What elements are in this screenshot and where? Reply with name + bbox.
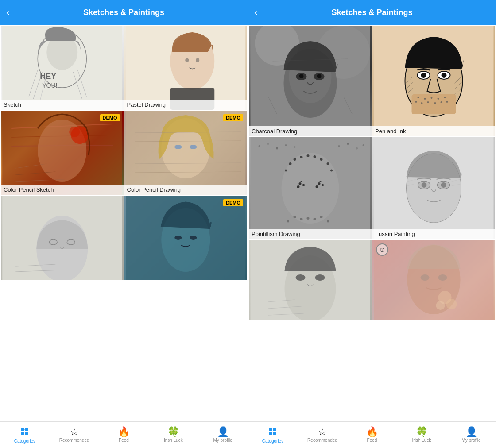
svg-point-14 — [196, 58, 199, 62]
right-header-title: Sketches & Paintings — [331, 8, 412, 17]
left-header: ‹ Sketches & Paintings — [0, 0, 248, 25]
star-icon: ☆ — [70, 427, 79, 437]
svg-point-65 — [427, 101, 429, 103]
nav-item-recommended-left[interactable]: ☆ Recommended — [50, 427, 99, 443]
person-icon-right: 👤 — [465, 427, 477, 437]
svg-point-106 — [285, 170, 287, 172]
nav-item-categories-left[interactable]: Categories — [0, 426, 50, 444]
svg-point-109 — [307, 217, 310, 220]
nav-label-feed-left: Feed — [119, 438, 129, 443]
nav-item-irish-luck-right[interactable]: 🍀 Irish Luck — [397, 427, 446, 443]
svg-point-93 — [301, 181, 302, 182]
double-exposure-icon: ⊙ — [376, 243, 388, 256]
nav-item-categories-right[interactable]: Categories — [248, 426, 298, 444]
filter-image-pen-ink — [372, 26, 495, 136]
svg-text:YOU!: YOU! — [42, 82, 57, 89]
filter-image-double-exposure: ⊙ — [372, 240, 495, 320]
left-panel: ‹ Sketches & Paintings HEY — [0, 0, 248, 448]
filter-item-sketch2[interactable] — [1, 196, 124, 280]
nav-item-profile-left[interactable]: 👤 My profile — [198, 427, 248, 443]
filter-label-cpencil-sketch: Color Pencil Sketch — [1, 185, 124, 195]
left-scroll-content: HEY YOU! Sketch — [0, 25, 248, 421]
filter-image-charcoal — [249, 26, 372, 136]
filter-item-cpencil-sketch[interactable]: DEMO — [1, 111, 124, 195]
filter-item-demo3[interactable]: DEMO — [124, 196, 247, 280]
svg-point-86 — [347, 143, 349, 145]
filter-item-charcoal[interactable]: Charcoal Drawing — [249, 26, 372, 136]
svg-point-94 — [318, 182, 321, 185]
filter-image-pointillism — [249, 137, 372, 239]
flame-icon: 🔥 — [118, 427, 130, 437]
right-back-button[interactable]: ‹ — [254, 7, 257, 18]
filter-item-double-exposure[interactable]: ⊙ — [372, 240, 495, 320]
svg-point-62 — [444, 97, 446, 98]
filter-item-pointillism[interactable]: Pointillism Drawing — [249, 137, 372, 239]
filter-label-pastel: Pastel Drawing — [124, 100, 247, 110]
filter-item-sketch-bottom[interactable] — [249, 240, 372, 320]
svg-point-41 — [174, 236, 182, 240]
demo-badge-cpencil-drawing: DEMO — [223, 114, 243, 121]
svg-point-113 — [327, 220, 329, 223]
filter-image-cpencil-drawing: DEMO — [124, 111, 247, 195]
svg-point-98 — [289, 162, 292, 165]
filter-item-fusain[interactable]: Fusain Painting — [372, 137, 495, 239]
nav-item-feed-right[interactable]: 🔥 Feed — [347, 427, 397, 443]
right-row-3: ⊙ — [249, 240, 495, 320]
filter-item-pen-ink[interactable]: Pen and Ink — [372, 26, 495, 136]
svg-point-110 — [314, 218, 316, 220]
svg-point-101 — [307, 154, 310, 157]
filter-image-sketch-bottom — [249, 240, 372, 320]
svg-point-51 — [317, 74, 322, 78]
filter-image-sketch2 — [1, 196, 124, 280]
clover-icon-right: 🍀 — [416, 427, 428, 437]
svg-text:HEY: HEY — [40, 72, 56, 81]
svg-point-102 — [314, 155, 316, 158]
grid-icon-right — [268, 426, 278, 438]
svg-point-83 — [285, 144, 287, 146]
svg-point-88 — [363, 144, 364, 146]
svg-point-70 — [421, 73, 426, 78]
flame-icon-right: 🔥 — [366, 427, 378, 437]
svg-point-80 — [259, 145, 260, 147]
svg-point-99 — [294, 158, 296, 161]
svg-point-61 — [438, 98, 439, 100]
svg-point-21 — [69, 127, 80, 137]
svg-point-107 — [294, 216, 296, 218]
svg-point-66 — [434, 102, 436, 104]
filter-item-cpencil-drawing[interactable]: DEMO — [124, 111, 247, 195]
svg-point-126 — [296, 274, 306, 281]
nav-item-irish-luck-left[interactable]: 🍀 Irish Luck — [148, 427, 198, 443]
filter-label-charcoal: Charcoal Drawing — [249, 126, 372, 136]
svg-point-112 — [287, 220, 289, 223]
svg-point-91 — [302, 184, 305, 186]
nav-label-profile-left: My profile — [213, 438, 232, 443]
svg-point-108 — [300, 218, 303, 220]
svg-point-104 — [327, 162, 329, 165]
left-back-button[interactable]: ‹ — [6, 7, 9, 18]
svg-point-92 — [297, 185, 300, 188]
svg-point-42 — [190, 236, 197, 240]
nav-label-categories-right: Categories — [262, 439, 283, 444]
filter-image-pastel — [124, 26, 247, 110]
nav-item-feed-left[interactable]: 🔥 Feed — [99, 427, 149, 443]
filter-item-sketch[interactable]: HEY YOU! Sketch — [1, 26, 124, 110]
right-panel: ‹ Sketches & Paintings — [248, 0, 496, 448]
filter-label-sketch: Sketch — [1, 100, 124, 110]
right-header: ‹ Sketches & Paintings — [248, 0, 496, 25]
filter-item-pastel[interactable]: Pastel Drawing — [124, 26, 247, 110]
svg-point-103 — [320, 158, 323, 161]
svg-point-90 — [299, 182, 302, 185]
filter-image-fusain — [372, 137, 495, 239]
star-icon-right: ☆ — [318, 427, 327, 437]
left-header-title: Sketches & Paintings — [83, 8, 164, 17]
nav-label-feed-right: Feed — [367, 438, 377, 443]
svg-point-60 — [431, 97, 433, 99]
nav-item-profile-right[interactable]: 👤 My profile — [446, 427, 496, 443]
nav-item-recommended-right[interactable]: ☆ Recommended — [298, 427, 347, 443]
svg-point-96 — [316, 185, 318, 188]
nav-label-profile-right: My profile — [461, 438, 480, 443]
left-bottom-nav: Categories ☆ Recommended 🔥 Feed 🍀 Irish … — [0, 421, 248, 448]
right-bottom-nav: Categories ☆ Recommended 🔥 Feed 🍀 Irish … — [248, 421, 496, 448]
filter-label-pointillism: Pointillism Drawing — [249, 229, 372, 239]
right-scroll-content: Charcoal Drawing — [248, 25, 496, 421]
